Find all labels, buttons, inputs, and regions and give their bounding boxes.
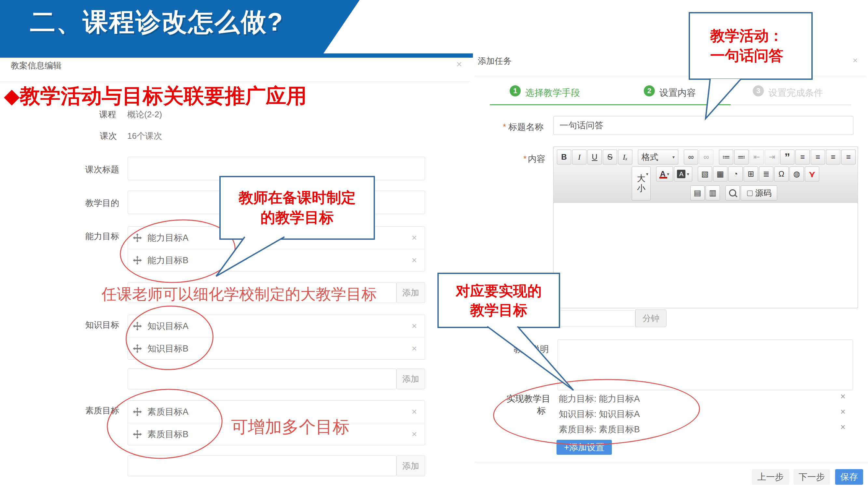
- special-char-icon[interactable]: Ω: [774, 167, 788, 181]
- remove-item-icon[interactable]: ×: [412, 321, 417, 331]
- iframe-icon[interactable]: ◍: [789, 167, 804, 181]
- page-icon: ▢: [747, 189, 753, 197]
- step-1-label[interactable]: 选择教学手段: [525, 87, 580, 99]
- insert-media-icon[interactable]: ◔: [728, 167, 743, 181]
- align-left-icon[interactable]: ≡: [796, 149, 810, 165]
- remove-item-icon[interactable]: ×: [412, 344, 417, 353]
- format-dropdown[interactable]: 格式 ▾: [638, 149, 678, 165]
- step-progress-done: [490, 104, 731, 105]
- text-color-icon[interactable]: A ▾: [656, 167, 673, 181]
- paste-from-word-icon[interactable]: ▥: [706, 185, 720, 200]
- knowledge-goal-add-button[interactable]: 添加: [396, 369, 425, 389]
- bubble-text: 教师在备课时制定: [221, 188, 374, 208]
- bubble-text: 一句话问答: [690, 46, 811, 66]
- annotation-heading: ◆教学活动与目标关联要推广应用: [4, 82, 307, 110]
- slide-title: 二、课程诊改怎么做?: [30, 5, 284, 39]
- bubble-text: 对应要实现的: [439, 281, 559, 300]
- text-color-bar: [659, 177, 667, 178]
- lesson-count-value: 16个课次: [127, 130, 162, 142]
- lesson-count-label: 课次: [100, 130, 117, 142]
- task-title-label: 标题名称: [508, 121, 544, 133]
- remove-goal-icon[interactable]: ×: [840, 407, 845, 417]
- quality-goal-new-input[interactable]: [128, 455, 396, 476]
- next-step-button[interactable]: 下一步: [794, 469, 830, 485]
- bold-icon[interactable]: B: [557, 149, 571, 165]
- knowledge-goal-new-field[interactable]: [128, 369, 396, 389]
- horizontal-rule-icon[interactable]: ≣: [759, 167, 773, 181]
- save-button[interactable]: 保存: [835, 469, 863, 485]
- paste-icon[interactable]: ▤: [690, 185, 705, 200]
- chevron-down-icon: ▾: [673, 154, 675, 160]
- content-required-mark: *: [523, 154, 527, 164]
- chevron-down-icon: ▾: [667, 171, 669, 177]
- source-code-button[interactable]: ▢ 源码: [741, 185, 777, 200]
- step-3-circle: 3: [753, 85, 764, 96]
- knowledge-goal-label: 知识目标: [85, 319, 119, 331]
- underline-icon[interactable]: U: [587, 149, 602, 165]
- chevron-down-icon: ▾: [646, 171, 648, 177]
- remove-item-icon[interactable]: ×: [412, 430, 417, 439]
- ability-goal-add-button[interactable]: 添加: [396, 282, 425, 303]
- course-value: 概论(2-2): [127, 109, 162, 120]
- remove-format-icon[interactable]: Iₓ: [618, 149, 632, 165]
- outdent-icon[interactable]: ⇤: [749, 149, 764, 165]
- quality-goal-new-field[interactable]: [128, 455, 396, 476]
- quality-goal-add-button[interactable]: 添加: [396, 455, 425, 476]
- lesson-title-label: 课次标题: [85, 164, 119, 175]
- align-right-icon[interactable]: ≡: [826, 149, 840, 165]
- annotation-note-multiple: 可增加多个目标: [231, 416, 349, 438]
- task-dialog-close-icon[interactable]: ×: [853, 56, 858, 64]
- duration-field[interactable]: [555, 310, 635, 326]
- insert-snippet-icon[interactable]: ▦: [713, 167, 727, 181]
- duration-input[interactable]: [555, 310, 635, 326]
- indent-icon[interactable]: ⇥: [765, 149, 779, 165]
- task-dialog-title: 添加任务: [478, 55, 512, 67]
- strikethrough-icon[interactable]: S: [603, 149, 617, 165]
- task-content-label: 内容: [528, 153, 546, 165]
- background-color-icon[interactable]: A ▾: [674, 167, 692, 181]
- course-label: 课程: [99, 109, 116, 120]
- find-icon[interactable]: [725, 185, 740, 200]
- annotation-bubble-teacher-goals: 教师在备课时制定 的教学目标: [219, 176, 375, 240]
- font-size-dropdown[interactable]: 大 小 ▾: [632, 167, 651, 200]
- chevron-down-icon: ▾: [687, 171, 689, 177]
- insert-image-icon[interactable]: ▧: [698, 167, 712, 181]
- editor-content-area[interactable]: [554, 203, 857, 308]
- annotation-ellipse-goals: [492, 376, 701, 449]
- step-2-label[interactable]: 设置内容: [659, 87, 696, 99]
- remove-goal-icon[interactable]: ×: [840, 392, 845, 402]
- italic-icon[interactable]: I: [572, 149, 587, 165]
- align-center-icon[interactable]: ≡: [811, 149, 825, 165]
- teaching-purpose-label: 教学目的: [85, 197, 119, 209]
- step-3-label: 设置完成条件: [768, 87, 823, 99]
- ordered-list-icon[interactable]: ≔: [719, 149, 733, 165]
- blockquote-icon[interactable]: ”: [780, 149, 795, 165]
- unlink-icon[interactable]: ∞: [699, 149, 713, 165]
- align-justify-icon[interactable]: ≡: [841, 149, 856, 165]
- annotation-bubble-activity: 教学活动： 一句话问答: [689, 12, 813, 80]
- remove-goal-icon[interactable]: ×: [840, 422, 845, 432]
- source-code-label: 源码: [755, 188, 771, 198]
- task-title-field[interactable]: [553, 116, 854, 135]
- unordered-list-icon[interactable]: ≕: [734, 149, 749, 165]
- prev-step-button[interactable]: 上一步: [752, 469, 789, 485]
- lesson-dialog-title: 教案信息编辑: [11, 60, 62, 71]
- teaching-note-label: 教学说明: [514, 343, 549, 355]
- remove-item-icon[interactable]: ×: [412, 256, 417, 265]
- brand-plugin-icon[interactable]: ⋎: [805, 167, 819, 181]
- task-title-input[interactable]: [553, 116, 854, 135]
- title-required-mark: *: [503, 122, 506, 132]
- annotation-ellipse-knowledge: [124, 303, 215, 372]
- step-2-circle: 2: [644, 85, 655, 96]
- font-size-label-top: 大: [637, 173, 645, 183]
- annotation-ellipse-quality: [104, 385, 225, 463]
- lesson-dialog-close-icon[interactable]: ×: [456, 59, 462, 69]
- remove-item-icon[interactable]: ×: [412, 407, 417, 416]
- editor-toolbar: B I U S Iₓ 格式 ▾ ∞ ∞ ≔: [554, 147, 858, 203]
- rich-text-editor: B I U S Iₓ 格式 ▾ ∞ ∞ ≔: [553, 147, 858, 308]
- magnifier-icon: [729, 189, 736, 197]
- insert-table-icon[interactable]: ⊞: [744, 167, 758, 181]
- remove-item-icon[interactable]: ×: [412, 233, 417, 242]
- knowledge-goal-new-input[interactable]: [128, 369, 396, 389]
- link-icon[interactable]: ∞: [684, 149, 698, 165]
